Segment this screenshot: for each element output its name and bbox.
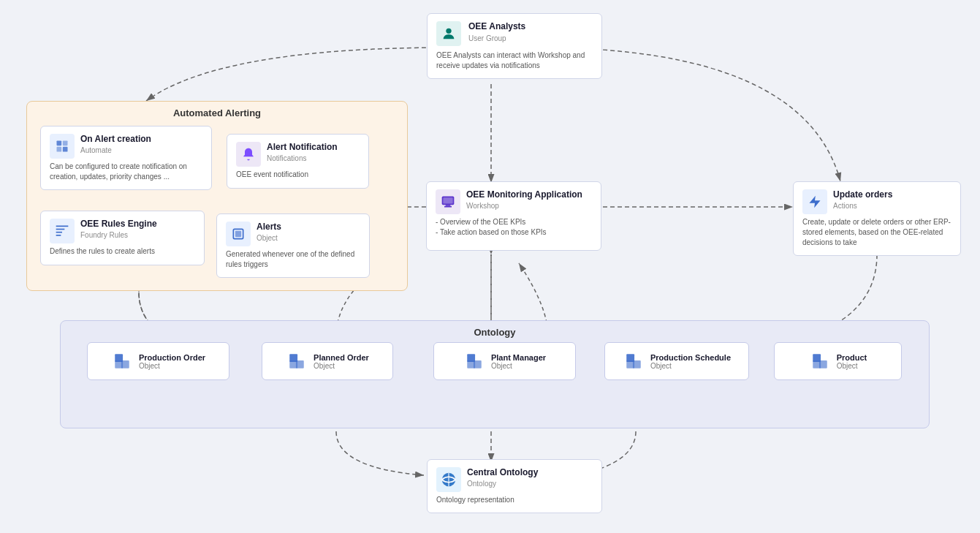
user-group-description: OEE Analysts can interact with Workshop …: [436, 50, 593, 71]
automate-title: On Alert creation: [80, 134, 151, 144]
production-order-sub: Object: [139, 362, 205, 370]
svg-rect-22: [444, 206, 452, 208]
product-icon: [809, 350, 831, 372]
svg-rect-28: [289, 360, 297, 368]
planned-order-title: Planned Order: [314, 353, 369, 362]
planned-order-icon: [286, 350, 308, 372]
user-group-subtitle: User Group: [468, 34, 525, 44]
workshop-title: OEE Monitoring Application: [466, 189, 582, 200]
alerts-subtitle: Object: [257, 234, 281, 242]
notifications-card: Alert Notification Notifications OEE eve…: [227, 134, 369, 189]
workshop-card: OEE Monitoring Application Workshop - Ov…: [426, 181, 601, 251]
plant-manager-sub: Object: [491, 362, 546, 370]
svg-rect-10: [63, 141, 68, 146]
svg-rect-18: [235, 231, 241, 237]
automate-description: Can be configured to create notification…: [50, 162, 202, 182]
user-group-title: OEE Analysts: [468, 21, 525, 31]
ont-card-production-order: Production Order Object: [87, 342, 229, 380]
actions-title: Update orders: [833, 189, 892, 200]
production-order-title: Production Order: [139, 353, 205, 362]
product-title: Product: [837, 353, 867, 362]
planned-order-sub: Object: [314, 362, 369, 370]
svg-rect-37: [813, 360, 821, 368]
production-schedule-title: Production Schedule: [650, 353, 731, 362]
svg-rect-25: [115, 360, 123, 368]
central-ontology-title: Central Ontology: [467, 467, 538, 477]
svg-rect-21: [446, 205, 451, 206]
alerts-card: Alerts Object Generated whenever one of …: [216, 213, 370, 278]
actions-subtitle: Actions: [833, 202, 892, 210]
production-order-icon: [111, 350, 133, 372]
notifications-subtitle: Notifications: [267, 154, 338, 162]
svg-rect-13: [56, 229, 65, 230]
ont-card-production-schedule: Production Schedule Object: [604, 342, 749, 380]
alerts-title: Alerts: [257, 222, 281, 232]
production-schedule-sub: Object: [650, 362, 731, 370]
svg-rect-12: [63, 147, 68, 152]
central-ontology-subtitle: Ontology: [467, 480, 538, 488]
alerting-zone-label: Automated Alerting: [173, 107, 261, 118]
workshop-icon: [436, 189, 460, 214]
ont-card-planned-order: Planned Order Object: [262, 342, 393, 380]
svg-rect-15: [56, 226, 69, 227]
actions-description: Create, update or delete orders or other…: [802, 217, 951, 248]
svg-point-8: [446, 29, 451, 34]
svg-rect-20: [443, 197, 452, 203]
ont-card-product: Product Object: [774, 342, 902, 380]
foundry-rules-subtitle: Foundry Rules: [80, 231, 157, 239]
actions-icon: [802, 189, 827, 214]
foundry-rules-description: Defines the rules to create alerts: [50, 246, 155, 257]
foundry-rules-card: OEE Rules Engine Foundry Rules Defines t…: [40, 211, 205, 265]
product-sub: Object: [837, 362, 867, 370]
svg-rect-34: [626, 360, 634, 368]
user-group-icon: [436, 21, 461, 46]
svg-rect-31: [467, 360, 475, 368]
ontology-zone-label: Ontology: [474, 327, 515, 338]
svg-rect-11: [57, 147, 62, 152]
foundry-rules-title: OEE Rules Engine: [80, 219, 157, 229]
foundry-rules-icon: [50, 219, 75, 243]
automate-icon: [50, 134, 75, 159]
automate-card: On Alert creation Automate Can be config…: [40, 126, 212, 190]
diagram-container: Automated Alerting Ontology OEE Analysts…: [0, 0, 980, 533]
central-ontology-icon: [436, 467, 461, 492]
automate-subtitle: Automate: [80, 146, 151, 154]
production-schedule-icon: [623, 350, 645, 372]
ont-card-plant-manager: Plant Manager Object: [433, 342, 576, 380]
alerts-icon: [226, 222, 251, 246]
svg-rect-16: [56, 235, 61, 236]
svg-rect-14: [56, 232, 62, 233]
user-group-card: OEE Analysts User Group OEE Analysts can…: [427, 13, 602, 79]
central-ontology-description: Ontology representation: [436, 495, 514, 505]
plant-manager-icon: [463, 350, 485, 372]
notifications-description: OEE event notification: [236, 170, 308, 180]
notifications-title: Alert Notification: [267, 142, 338, 152]
alerts-description: Generated whenever one of the defined ru…: [226, 249, 360, 270]
plant-manager-title: Plant Manager: [491, 353, 546, 362]
workshop-description: - Overview of the OEE KPIs- Take action …: [436, 217, 547, 238]
actions-card: Update orders Actions Create, update or …: [793, 181, 961, 256]
central-ontology-card: Central Ontology Ontology Ontology repre…: [427, 459, 602, 513]
svg-rect-9: [57, 141, 62, 146]
workshop-subtitle: Workshop: [466, 202, 582, 210]
notifications-icon: [236, 142, 261, 167]
